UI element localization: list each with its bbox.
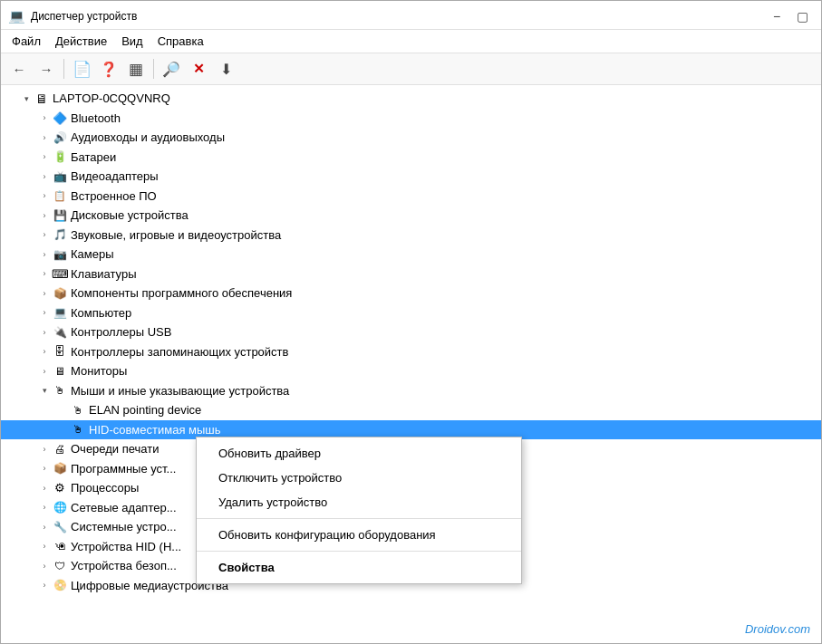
comp-expand[interactable]: › (37, 305, 52, 320)
mouse-icon (52, 382, 68, 399)
tree-firmware[interactable]: › Встроенное ПО (1, 187, 821, 207)
tree-sound[interactable]: › Звуковые, игровые и видеоустройства (1, 226, 821, 245)
bluetooth-label: Bluetooth (71, 110, 121, 128)
media-icon (52, 577, 68, 593)
display-icon (52, 168, 68, 185)
tree-audio[interactable]: › Аудиовходы и аудиовыходы (1, 128, 821, 148)
minimize-button[interactable]: − (765, 7, 788, 25)
mouse-expand[interactable]: ▾ (37, 383, 52, 398)
cam-expand[interactable]: › (37, 247, 52, 262)
ctx-separator-1 (197, 518, 521, 519)
ctx-properties[interactable]: Свойства (197, 555, 521, 580)
toolbar: ← → 📄 ❓ ▦ 🔎 ✕ ⬇ (1, 53, 821, 85)
menu-file[interactable]: Файл (5, 32, 48, 51)
root-expand-icon[interactable]: ▾ (19, 91, 34, 106)
back-button[interactable]: ← (6, 57, 32, 81)
window-title: Диспетчер устройств (31, 10, 137, 23)
remove-button[interactable]: ✕ (186, 57, 211, 81)
ctx-scan-hw[interactable]: Обновить конфигурацию оборудования (197, 523, 521, 547)
view-button[interactable]: ▦ (123, 57, 149, 81)
sec-label: Устройства безоп... (71, 557, 177, 575)
watermark: Droidov.com (745, 622, 810, 636)
net-icon (52, 499, 68, 515)
tree-usb[interactable]: › Контроллеры USB (1, 322, 821, 342)
tree-mouse[interactable]: ▾ Мыши и иные указывающие устройства (1, 381, 821, 401)
root-label: LAPTOP-0CQQVNRQ (53, 90, 170, 108)
tree-bluetooth[interactable]: › Bluetooth (1, 109, 821, 129)
tree-camera[interactable]: › Камеры (1, 245, 821, 264)
mon-icon (52, 363, 68, 380)
menu-view[interactable]: Вид (114, 32, 150, 51)
tree-software[interactable]: › Компоненты программного обеспечения (1, 284, 821, 303)
mon-expand[interactable]: › (37, 364, 52, 379)
forward-button[interactable]: → (34, 57, 59, 81)
stor-expand[interactable]: › (37, 344, 52, 359)
tree-root[interactable]: ▾ 🖥 LAPTOP-0CQQVNRQ (1, 89, 821, 109)
sysdev-expand[interactable]: › (37, 520, 52, 534)
battery-expand[interactable]: › (37, 149, 52, 164)
sw-icon (52, 285, 68, 302)
net-expand[interactable]: › (37, 500, 52, 514)
hidd-label: Устройства HID (H... (71, 538, 181, 556)
help-button[interactable]: ❓ (96, 57, 121, 81)
cpu-expand[interactable]: › (37, 481, 52, 495)
ctx-separator-2 (197, 551, 521, 552)
audio-label: Аудиовходы и аудиовыходы (71, 129, 225, 147)
scan-button[interactable]: 🔎 (159, 57, 184, 81)
sysdev-label: Системные устро... (71, 518, 177, 536)
mon-label: Мониторы (71, 362, 127, 380)
print-expand[interactable]: › (37, 442, 52, 457)
usb-expand[interactable]: › (37, 325, 52, 340)
battery-icon (52, 149, 68, 165)
menu-action[interactable]: Действие (48, 32, 114, 51)
ctx-uninstall-device[interactable]: Удалить устройство (197, 490, 521, 514)
tree-disk[interactable]: › Дисковые устройства (1, 206, 821, 226)
menu-help[interactable]: Справка (150, 32, 211, 51)
disk-expand[interactable]: › (37, 208, 52, 223)
cpu-label: Процессоры (71, 479, 139, 497)
sound-icon (52, 226, 68, 243)
title-bar: 💻 Диспетчер устройств − ▢ (1, 1, 821, 30)
properties-button[interactable]: 📄 (69, 57, 94, 81)
display-expand[interactable]: › (37, 169, 52, 184)
tree-storage[interactable]: › Контроллеры запоминающих устройств (1, 342, 821, 362)
progr-icon (52, 460, 68, 476)
main-window: 💻 Диспетчер устройств − ▢ Файл Действие … (0, 0, 822, 644)
maximize-button[interactable]: ▢ (790, 7, 814, 25)
fw-expand[interactable]: › (37, 188, 52, 203)
tree-display[interactable]: › Видеоадаптеры (1, 167, 821, 187)
window-icon: 💻 (8, 8, 25, 24)
print-label: Очереди печати (71, 440, 160, 458)
tree-monitor[interactable]: › Мониторы (1, 361, 821, 381)
disk-label: Дисковые устройства (71, 207, 189, 225)
tree-battery[interactable]: › Батареи (1, 148, 821, 168)
bluetooth-expand[interactable]: › (37, 111, 52, 125)
hidd-expand[interactable]: › (37, 539, 52, 553)
main-content: ▾ 🖥 LAPTOP-0CQQVNRQ › Bluetooth › Аудиов… (1, 85, 821, 643)
hid-expand (55, 422, 70, 437)
tree-elan[interactable]: ELAN pointing device (1, 400, 821, 420)
tree-keyboard[interactable]: › Клавиатуры (1, 264, 821, 284)
elan-label: ELAN pointing device (89, 401, 201, 419)
title-bar-left: 💻 Диспетчер устройств (8, 8, 137, 24)
progr-expand[interactable]: › (37, 461, 52, 476)
audio-expand[interactable]: › (37, 130, 52, 145)
print-icon (52, 441, 68, 457)
sw-label: Компоненты программного обеспечения (71, 284, 292, 303)
media-expand[interactable]: › (37, 578, 52, 592)
stor-label: Контроллеры запоминающих устройств (71, 343, 288, 361)
download-button[interactable]: ⬇ (213, 57, 238, 81)
progr-label: Программные уст... (71, 460, 176, 478)
fw-icon (52, 187, 68, 204)
kb-expand[interactable]: › (37, 266, 52, 281)
sound-expand[interactable]: › (37, 227, 52, 242)
comp-label: Компьютер (71, 304, 131, 322)
tree-computer[interactable]: › Компьютер (1, 303, 821, 323)
ctx-disable-device[interactable]: Отключить устройство (197, 466, 521, 490)
sw-expand[interactable]: › (37, 286, 52, 301)
sec-expand[interactable]: › (37, 559, 52, 573)
toolbar-separator-1 (63, 59, 64, 79)
cpu-icon (52, 480, 68, 496)
ctx-update-driver[interactable]: Обновить драйвер (197, 441, 521, 466)
hid-icon (70, 421, 86, 437)
